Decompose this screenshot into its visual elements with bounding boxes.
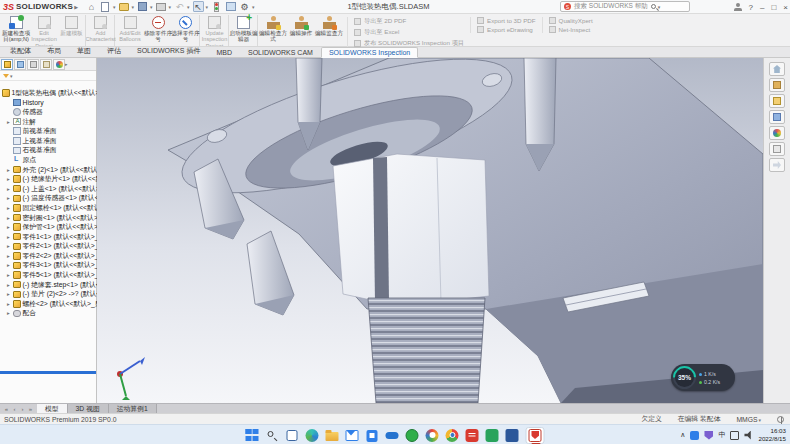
clock[interactable]: 16:03 2022/8/15 [758,427,786,443]
ribbon-button[interactable]: Update Inspection Project [201,15,229,46]
select-tool-button[interactable]: ↖ [193,1,204,12]
property-manager-tab[interactable] [14,59,26,70]
export-menu-item[interactable]: QualityXpert [549,17,593,24]
tree-filter-bar[interactable]: ▾ [0,71,96,81]
export-menu-item[interactable]: Export eDrawing [477,26,536,33]
units-selector[interactable]: MMGS ▾ [736,416,761,423]
taskbar-icon[interactable] [246,429,259,442]
new-document-dropdown[interactable]: ▾ [113,4,116,10]
view-palette-tab[interactable] [769,110,785,124]
taskbar-icon[interactable] [286,429,299,442]
search-input[interactable]: S 搜索 SOLIDWORKS 帮助 ▾ [560,1,690,12]
taskbar-icon[interactable] [426,429,439,442]
volume-icon[interactable] [744,431,753,440]
export-menu-item[interactable]: 导出至 Excel [354,28,464,37]
print-button[interactable] [156,1,167,12]
display-settings-button[interactable] [225,1,236,12]
taskbar-icon[interactable] [346,429,359,442]
configuration-manager-tab[interactable] [27,59,39,70]
tree-item[interactable]: ▸ 螺栓<2> (默认<<默认>_显示状态 [0,299,97,309]
restore-button[interactable]: □ [771,3,776,12]
ribbon-button[interactable]: 编辑操作 [287,15,315,46]
tree-item[interactable]: ▸ 零件5<1> (默认<<默认>_显示状态 [0,270,97,280]
ribbon-tab[interactable]: 草图 [69,44,99,58]
taskbar-icon[interactable] [486,429,499,442]
tree-item[interactable]: ▸ 外壳 (2)<1> (默认<<默认>_显示状 [0,165,97,175]
tree-item[interactable]: ▸ (-) 绝缘垫片<1> (默认<<默认>_显示状 [0,174,97,184]
solidworks-resources-tab[interactable] [769,62,785,76]
tree-item[interactable]: ▸ 零件2<2> (默认<<默认>_显示状态 [0,251,97,261]
design-tree-tab[interactable] [1,59,13,70]
tree-item[interactable]: ▸ 上视基准面 [0,136,97,146]
export-menu-item[interactable]: 导出至 2D PDF [354,17,464,26]
tree-item[interactable]: ▸ 零件3<1> (默认<<默认>_显示状态 [0,261,97,271]
save-button[interactable] [137,1,148,12]
scroll-first-icon[interactable]: « [3,406,10,412]
document-tab[interactable]: 3D 视图 [68,404,109,413]
ribbon-tab[interactable]: SOLIDWORKS CAM [240,47,321,58]
panel-splitter[interactable] [0,371,96,374]
taskbar-icon[interactable] [406,429,419,442]
ime-indicator[interactable]: 中 [718,430,725,440]
performance-monitor-overlay[interactable]: 35% 1 K/s 0.2 K/s [671,364,735,391]
display-tray-icon[interactable] [730,431,739,440]
ribbon-tab[interactable]: 布局 [39,44,69,58]
tree-item[interactable]: ▸ 零件1<1> (默认<<默认>_显示状态 [0,232,97,242]
dimxpert-manager-tab[interactable] [40,59,52,70]
search-icon[interactable] [651,4,656,9]
export-menu-item[interactable]: Export to 3D PDF [477,17,536,24]
taskbar-icon[interactable] [446,429,459,442]
rebuild-button[interactable] [211,1,222,12]
ribbon-button[interactable]: 移除零件序号 [144,15,172,46]
save-dropdown[interactable]: ▾ [150,4,153,10]
close-button[interactable]: × [783,3,788,12]
print-dropdown[interactable]: ▾ [169,4,172,10]
ribbon-button[interactable]: 编辑检查方式 [259,15,287,46]
tree-item[interactable]: ▸ 密封圈<1> (默认<<默认>_显示状 [0,213,97,223]
scroll-right-icon[interactable]: › [19,406,26,412]
ribbon-button[interactable]: Edit Inspection Project [30,15,58,46]
tree-item[interactable]: ▸ 右视基准面 [0,146,97,156]
taskbar-icon[interactable] [306,429,319,442]
taskbar-icon[interactable] [366,429,379,442]
help-button[interactable]: ? [749,3,753,12]
ribbon-tab[interactable]: 装配体 [2,44,39,58]
tree-item[interactable]: ▸ 固定螺栓<1> (默认<<默认>_显示 [0,203,97,213]
document-tab[interactable]: 模型 [37,404,68,413]
ribbon-button[interactable]: 新建检查项目(amp;N) [2,15,30,46]
ribbon-tab[interactable]: SOLIDWORKS 插件 [129,44,208,58]
login-user-icon[interactable] [734,3,742,11]
logo-expand-icon[interactable]: ▶ [74,4,78,10]
tree-item[interactable]: ▸ 前视基准面 [0,126,97,136]
tray-expand-icon[interactable]: ∧ [680,431,685,439]
home-button[interactable]: ⌂ [86,1,97,12]
taskbar-icon[interactable] [386,429,399,442]
forum-tab[interactable] [769,158,785,172]
tree-item[interactable]: ▸ 原点 [0,155,97,165]
open-dropdown[interactable]: ▾ [132,4,135,10]
undo-button[interactable]: ↶ [174,1,185,12]
scroll-last-icon[interactable]: » [27,406,34,412]
tab-overflow-icon[interactable]: ▸ [65,61,68,67]
ribbon-button[interactable]: 启动模板编辑器 [230,15,258,46]
options-button[interactable]: ⚙ [239,1,250,12]
appearances-scenes-tab[interactable] [769,126,785,140]
tree-item[interactable]: ▸ (-) 绝缘套.step<1> (默认<<默认>_ [0,280,97,290]
graphics-viewport[interactable]: 35% 1 K/s 0.2 K/s [97,58,763,403]
taskbar-icon[interactable] [266,429,279,442]
filter-dropdown-icon[interactable]: ▾ [10,73,13,79]
tray-app-icon[interactable] [690,431,699,440]
tree-item[interactable]: ▸ (-) 上盖<1> (默认<<默认>_显示状 [0,184,97,194]
design-library-tab[interactable] [769,78,785,92]
security-shield-icon[interactable] [704,431,713,440]
status-globe-icon[interactable] [777,416,784,423]
ribbon-button[interactable]: 选择零件序号 [172,15,200,46]
tree-root-item[interactable]: 1型铠装热电偶 (默认<<默认>_显示状态-1 [0,88,97,98]
ribbon-tab[interactable]: 评估 [99,44,129,58]
taskbar-icon[interactable] [526,427,545,444]
select-dropdown[interactable]: ▾ [206,4,209,10]
tree-item[interactable]: ▸ 配合 [0,309,97,319]
ribbon-button[interactable]: 新建模板 [58,15,86,46]
new-document-button[interactable] [100,1,111,12]
taskbar-icon[interactable] [466,429,479,442]
